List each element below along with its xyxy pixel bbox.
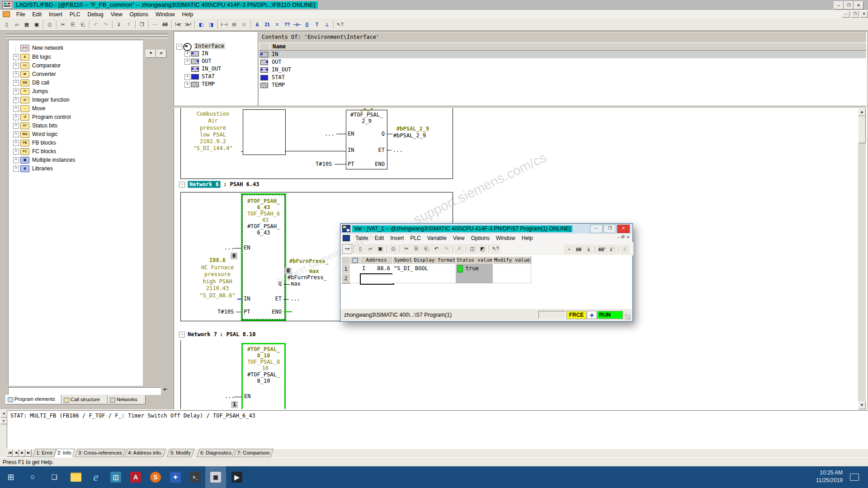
modify-once-button[interactable]: ⇓' [607,244,617,254]
and-box-button[interactable]: & [252,19,262,29]
tree-item-new-network[interactable]: ⊦⊣ New network [9,44,142,52]
var-child-close[interactable]: ✕ [626,235,630,239]
var-menu-plc[interactable]: PLC [407,235,424,241]
interface-stat-row[interactable]: + STAT [175,73,257,80]
var-menu-variable[interactable]: Variable [424,235,450,241]
var-menu-table[interactable]: Table [352,235,372,241]
expand-icon[interactable]: + [13,97,19,103]
expand-icon[interactable]: + [13,166,19,172]
tree-item-converter[interactable]: + ⇄ Converter [9,70,142,78]
menu-help[interactable]: Help [179,11,197,18]
menu-view[interactable]: View [107,11,126,18]
output-close-button[interactable]: ✕ [0,411,7,418]
tree-item-fb-blocks[interactable]: + FB FB blocks [9,139,142,147]
view-pane-left-button[interactable]: ◧ [196,19,206,29]
var-menu-view[interactable]: View [450,235,468,241]
resize-grip[interactable] [625,314,631,320]
row2-number[interactable]: 2 [341,273,350,284]
tree-item-comparator[interactable]: + <> Comparator [9,61,142,70]
child-close-button[interactable]: ✕ [860,11,868,18]
tree-item-integer-function[interactable]: + ±I Integer function [9,96,142,104]
taskbar-adobe-reader[interactable]: A [126,467,146,487]
row1-status-cell[interactable]: true [456,264,493,274]
output-text-area[interactable]: STAT: MULTI_FB (FB186 / F_TOF / F_: Time… [7,410,868,449]
name-column-header[interactable]: Name [269,42,866,51]
row2-address-cell-selected[interactable] [360,273,394,285]
var-title-bar[interactable]: Var - [VAT_1 -- @zhongwang3\SIMATIC 400\… [340,224,632,234]
force-button[interactable]: // [620,244,630,254]
new-file-button[interactable]: ▯ [2,19,12,29]
contents-row-out[interactable]: OUT [259,58,866,66]
contact-button[interactable]: ⊣⊢ [292,19,302,29]
view-pane-right-button[interactable]: ◨ [206,19,216,29]
menu-file[interactable]: File [13,11,28,18]
display-format-column-header[interactable]: Display format [413,256,456,264]
pin-button[interactable]: ⊶ [342,244,352,254]
tab-address-info[interactable]: 4: Address info. [124,449,166,457]
menu-edit[interactable]: Edit [28,11,45,18]
var-help-button[interactable]: ↖? [491,244,500,254]
row2-symbol-cell[interactable] [392,273,414,283]
monitor-variable-button[interactable]: ◫ [467,244,477,254]
tree-item-move[interactable]: + → Move [9,104,142,113]
contents-row-inout[interactable]: IN_OUT [259,66,866,74]
row1-format-cell[interactable]: BOOL [413,264,458,274]
expand-icon[interactable]: + [184,51,190,57]
monitor-once-button[interactable]: 66' [597,244,607,254]
child-restore-button[interactable]: ❐ [851,11,859,18]
collapse-icon[interactable]: − [179,332,185,338]
scroll-up-button[interactable]: ▲ [858,108,866,116]
modify-value-column-header[interactable]: Modify value [493,256,531,264]
taskbar-media-app[interactable]: ▶ [227,467,247,487]
task-view-button[interactable]: ❏ [43,466,65,488]
tab-modify[interactable]: 5: Modify [167,449,194,457]
row1-number[interactable]: 1 [341,264,350,274]
taskbar-simatic-manager-active[interactable]: ▦ [205,466,226,488]
scroll-thumb[interactable] [858,116,866,143]
trigger-button[interactable]: ◔ [564,244,574,254]
menu-plc[interactable]: PLC [66,11,84,18]
expand-icon[interactable]: + [184,59,190,65]
expand-icon[interactable]: + [13,149,19,155]
interface-inout-row[interactable]: IN_OUT [175,66,257,72]
upload-button[interactable]: ⇑ [124,19,134,29]
interface-out-row[interactable]: + OUT [175,58,257,65]
tab-next-button[interactable]: ▶ [19,449,25,457]
status-value-column-header[interactable]: Status value [456,256,493,264]
row2-format-cell[interactable] [413,273,456,283]
expand-icon[interactable]: + [13,106,19,112]
output-expand-button[interactable]: ▸ [0,418,7,424]
tab-diagnostics[interactable]: 6: Diagnostics [197,449,235,457]
tab-call-structure[interactable]: Call structure [61,395,108,404]
expand-icon[interactable]: + [184,82,190,88]
var-menu-edit[interactable]: Edit [372,235,387,241]
copy-button[interactable]: ⎘ [68,19,78,29]
var-cut-button[interactable]: ✂ [401,244,411,254]
expand-icon[interactable]: + [13,140,19,146]
contents-row-in[interactable]: IN [259,51,866,58]
menu-options[interactable]: Options [126,11,152,18]
goto-previous-button[interactable]: !≪ [173,19,183,29]
expand-icon[interactable]: + [13,114,19,120]
paste-button[interactable]: ⎗ [78,19,88,29]
var-minimize-button[interactable]: – [590,225,603,233]
tab-info[interactable]: 2: Info [54,449,75,457]
row2-marker-cell[interactable] [350,273,360,283]
taskbar-app-orange[interactable]: S [146,467,165,487]
network5-comparator-box[interactable] [243,109,286,155]
expand-icon[interactable]: + [13,54,19,60]
tree-item-bit-logic[interactable]: + & Bit logic [9,53,142,61]
var-delete-button[interactable]: ✗ [454,244,464,254]
redo-button[interactable]: ↷ [101,19,111,29]
expand-icon[interactable]: + [13,123,19,129]
var-close-button[interactable]: ✕ [617,225,630,233]
expand-icon[interactable]: + [13,80,19,86]
network6-number[interactable]: Network 6 [188,181,221,188]
tab-comparison[interactable]: 7: Comparison [234,449,274,457]
tree-item-word-logic[interactable]: + W& Word logic [9,130,142,138]
tab-error[interactable]: 1: Error [33,449,57,457]
row2-modify-cell[interactable] [493,273,531,283]
menu-insert[interactable]: Insert [45,11,66,18]
branch-open-button[interactable]: T [312,19,322,29]
tab-prev-button[interactable]: ◀ [13,449,19,457]
